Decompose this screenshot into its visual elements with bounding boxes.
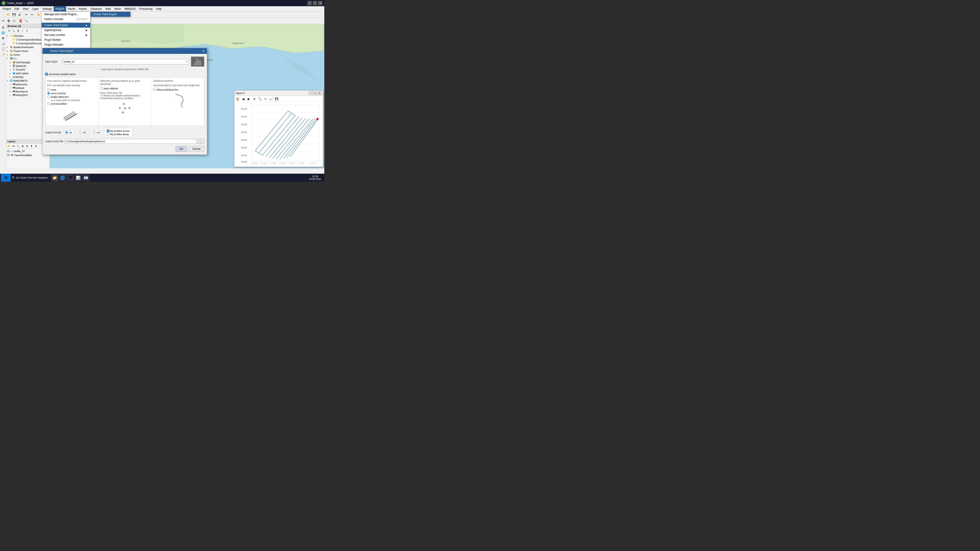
snap-button[interactable]: 🧲 bbox=[19, 19, 23, 23]
flip-along-checkbox[interactable] bbox=[107, 133, 109, 136]
layers-move-top-btn[interactable]: ⬆ bbox=[29, 144, 33, 148]
menu-manage-plugins[interactable]: Manage and Install Plugins... bbox=[41, 12, 90, 17]
layers-panel-btn[interactable]: ☰ bbox=[1, 25, 6, 30]
fig-home-btn[interactable]: 🏠 bbox=[235, 97, 240, 101]
browser-collapse-btn[interactable]: ⊟ bbox=[16, 29, 20, 33]
fig-zoom-btn[interactable]: 🔍 bbox=[258, 97, 262, 101]
browser-panel-btn[interactable]: 🌐 bbox=[1, 30, 6, 35]
menu-digitizing-tools[interactable]: DigitizingTools ▶ bbox=[41, 28, 90, 32]
format-cvt[interactable]: .cvt bbox=[91, 130, 102, 135]
processing-panel-btn[interactable]: ⚙ bbox=[1, 36, 6, 41]
menu-plugin-builder[interactable]: Plugin Builder bbox=[41, 37, 90, 42]
menu-settings[interactable]: Settings bbox=[41, 6, 54, 11]
radio-rtz[interactable] bbox=[65, 131, 68, 134]
menu-layer[interactable]: Layer bbox=[30, 6, 41, 11]
format-rtz[interactable]: .rtz bbox=[63, 130, 74, 135]
flip-across-row: flip profiles across bbox=[107, 130, 130, 132]
undo-button[interactable]: ↩ bbox=[24, 12, 29, 17]
start-button[interactable]: ⊞ bbox=[1, 174, 11, 182]
layers-move-bottom-btn[interactable]: ⬇ bbox=[34, 144, 38, 148]
search-bar-button[interactable]: 🔍 bbox=[24, 19, 29, 23]
taskbar-search[interactable]: 🔍 Zur Suche Text hier eingeben bbox=[11, 176, 49, 179]
menu-view[interactable]: View bbox=[21, 6, 30, 11]
browser-filter-btn[interactable]: 🔍 bbox=[11, 29, 16, 33]
input-layer-combo[interactable]: profile_14 ▼ bbox=[63, 59, 189, 64]
menu-database[interactable]: Database bbox=[89, 6, 103, 11]
svg-line-28 bbox=[65, 114, 76, 121]
new-project-button[interactable]: 📄 bbox=[1, 12, 6, 17]
vertex-tool-button[interactable]: ⬡ bbox=[11, 19, 16, 23]
figure4-maximize[interactable]: □ bbox=[313, 91, 317, 95]
add-feature-button[interactable]: ➕ bbox=[6, 19, 11, 23]
radio-singlesided[interactable] bbox=[47, 95, 50, 98]
fig-pan-btn[interactable]: ✛ bbox=[252, 97, 257, 101]
parallel-title2: if it's not already done anyway bbox=[47, 84, 97, 87]
layers-filter-btn[interactable]: 🔍 bbox=[16, 144, 20, 148]
svg-text:54.380: 54.380 bbox=[241, 161, 247, 163]
figure4-close[interactable]: ✕ bbox=[318, 91, 321, 95]
redo-button[interactable]: ↪ bbox=[29, 12, 34, 17]
format-rt3[interactable]: .rt3 bbox=[77, 130, 88, 135]
edit-layer-button[interactable]: ✏ bbox=[1, 19, 6, 23]
browser-add-btn[interactable]: + bbox=[21, 29, 24, 33]
menu-edit[interactable]: Edit bbox=[13, 6, 21, 11]
menu-mesh[interactable]: Mesh bbox=[113, 6, 123, 11]
menu-help[interactable]: Help bbox=[154, 6, 164, 11]
taskbar-app-2[interactable]: 🌐 bbox=[59, 174, 66, 181]
menu-find-class[interactable]: find class number ▶ bbox=[41, 32, 90, 37]
log-panel-btn[interactable]: 📝 bbox=[1, 52, 6, 57]
layers-remove-btn[interactable]: ➖ bbox=[11, 144, 16, 148]
taskbar-app-4[interactable]: 📊 bbox=[75, 174, 82, 181]
layers-expand-btn[interactable]: ⊞ bbox=[21, 144, 24, 148]
taskbar-app-5[interactable]: 📧 bbox=[83, 174, 89, 181]
fig-forward-btn[interactable]: ▶ bbox=[247, 97, 251, 101]
radio-passstations[interactable] bbox=[100, 87, 103, 90]
submenu-cruise-track-export[interactable]: Cruise Track Export bbox=[91, 12, 130, 17]
flip-across-checkbox[interactable] bbox=[107, 130, 109, 132]
menu-plugin-reloader[interactable]: Plugin Reloader bbox=[41, 42, 90, 47]
ok-button[interactable]: OK bbox=[175, 146, 187, 152]
menu-python-console[interactable]: Python Console Ctrl+Alt+P bbox=[41, 17, 90, 22]
fig-back-btn[interactable]: ◀ bbox=[241, 97, 246, 101]
menu-cruise-track-export[interactable]: Cruise Track Export ▶ bbox=[41, 23, 90, 28]
save-as-button[interactable]: 🖨 bbox=[17, 12, 22, 17]
statistics-panel-btn[interactable]: 📊 bbox=[1, 41, 6, 46]
radio-every2nd[interactable] bbox=[47, 92, 50, 95]
output-file-input[interactable] bbox=[65, 139, 196, 144]
clock-date: 14.09.2021 bbox=[309, 178, 321, 180]
close-window-button[interactable]: ✕ bbox=[318, 1, 323, 5]
browser-info-btn[interactable]: ℹ bbox=[25, 29, 29, 33]
open-project-button[interactable]: 📂 bbox=[6, 12, 11, 17]
menu-mmqgis[interactable]: MMQGIS bbox=[123, 6, 137, 11]
menu-project[interactable]: Project bbox=[1, 6, 13, 11]
radio-rt3[interactable] bbox=[79, 131, 81, 134]
layers-collapse-btn[interactable]: ⊟ bbox=[25, 144, 29, 148]
radio-followline[interactable] bbox=[153, 88, 156, 91]
fig-save-btn[interactable]: 💾 bbox=[274, 97, 279, 101]
menu-plugins[interactable]: Plugins bbox=[54, 6, 66, 11]
cancel-button[interactable]: Cancel bbox=[188, 146, 204, 152]
menu-vector[interactable]: Vector bbox=[66, 6, 77, 11]
dialog-close-button[interactable]: ✕ bbox=[202, 49, 205, 53]
menu-web[interactable]: Web bbox=[103, 6, 113, 11]
results-panel-btn[interactable]: 📋 bbox=[1, 46, 6, 51]
radio-cvt[interactable] bbox=[93, 131, 95, 134]
menu-raster[interactable]: Raster bbox=[77, 6, 89, 11]
layers-open-btn[interactable]: 📂 bbox=[7, 144, 11, 148]
fig-settings-btn[interactable]: ≡ bbox=[263, 97, 268, 101]
accessory-tracks-checkbox[interactable] bbox=[45, 73, 48, 75]
pan-map-button[interactable]: ✋ bbox=[36, 12, 41, 17]
figure4-minimize[interactable]: ─ bbox=[309, 91, 313, 95]
maximize-button[interactable]: □ bbox=[313, 1, 317, 5]
browser-refresh-btn[interactable]: ↻ bbox=[7, 29, 11, 33]
minimize-button[interactable]: ─ bbox=[307, 1, 312, 5]
radio-normalprofiles[interactable] bbox=[47, 102, 50, 105]
browse-button[interactable]: ... bbox=[197, 139, 204, 144]
taskbar-app-qgis[interactable]: 🗺 bbox=[67, 174, 74, 181]
menu-processing[interactable]: Processing bbox=[137, 6, 154, 11]
radio-none[interactable] bbox=[47, 88, 50, 91]
format-options: .rtz .rt3 .cvt bbox=[63, 130, 102, 135]
taskbar-app-1[interactable]: 📁 bbox=[51, 174, 58, 181]
save-project-button[interactable]: 💾 bbox=[11, 12, 16, 17]
fig-chart-btn[interactable]: 📈 bbox=[269, 97, 274, 101]
